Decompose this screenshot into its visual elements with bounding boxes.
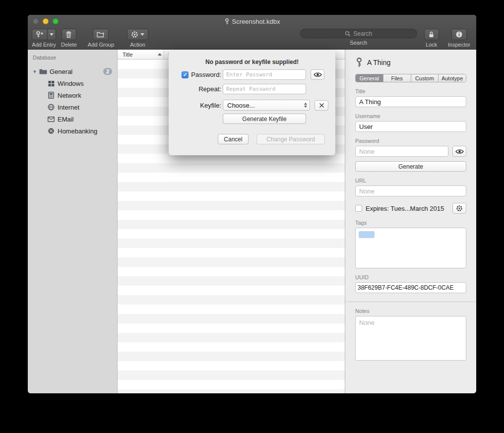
password-label: Password: bbox=[191, 71, 221, 78]
column-header-title[interactable]: Title bbox=[118, 52, 164, 58]
search-label: Search bbox=[350, 40, 367, 46]
title-field[interactable] bbox=[355, 96, 466, 107]
tags-label: Tags bbox=[355, 220, 466, 226]
notes-label: Notes bbox=[355, 308, 466, 314]
divider bbox=[345, 302, 476, 302]
entry-count-badge: 2 bbox=[103, 68, 112, 75]
disclosure-triangle-icon[interactable]: ▾ bbox=[31, 68, 39, 75]
zoom-button[interactable] bbox=[53, 18, 59, 24]
title-label: Title bbox=[355, 88, 466, 94]
inspector-label: Inspector bbox=[448, 42, 470, 48]
add-group-label: Add Group bbox=[88, 42, 114, 48]
add-entry-dropdown-button[interactable] bbox=[48, 29, 56, 40]
dialog-message: No password or keyfile supplied! bbox=[169, 59, 335, 65]
expires-row: Expires: Tues...March 2015 bbox=[355, 203, 466, 214]
action-label: Action bbox=[130, 42, 145, 48]
group-label: Homebanking bbox=[58, 127, 97, 135]
expires-checkbox[interactable] bbox=[355, 205, 362, 212]
search-input[interactable]: Search bbox=[300, 29, 417, 38]
search-item: Search Search bbox=[300, 29, 417, 46]
sidebar-item-network[interactable]: Network bbox=[28, 89, 117, 101]
titlebar[interactable]: Screenshot.kdbx bbox=[28, 15, 476, 28]
tags-field[interactable] bbox=[355, 228, 466, 268]
info-icon bbox=[455, 31, 463, 38]
traffic-lights bbox=[33, 18, 59, 24]
repeat-input[interactable] bbox=[223, 84, 306, 94]
folder-plus-icon bbox=[97, 31, 105, 38]
app-window: Screenshot.kdbx Add Entry bbox=[28, 15, 476, 393]
entry-title: A Thing bbox=[367, 59, 390, 66]
minimize-button[interactable] bbox=[43, 18, 49, 24]
reveal-password-button[interactable] bbox=[311, 69, 324, 80]
sidebar-item-email[interactable]: EMail bbox=[28, 113, 117, 125]
notes-field[interactable] bbox=[355, 316, 466, 361]
window-chrome: Screenshot.kdbx Add Entry bbox=[28, 15, 476, 50]
tab-autotype[interactable]: Autotype bbox=[439, 74, 466, 82]
keyfile-label: Keyfile: bbox=[200, 102, 221, 109]
close-button[interactable] bbox=[33, 18, 39, 24]
group-tree: ▾ General 2 Windows Network bbox=[28, 65, 117, 137]
sidebar-item-windows[interactable]: Windows bbox=[28, 77, 117, 89]
eye-icon bbox=[314, 72, 322, 77]
sidebar: Database ▾ General 2 Windows Netw bbox=[28, 50, 118, 393]
sidebar-item-homebanking[interactable]: Homebanking bbox=[28, 125, 117, 137]
password-input[interactable] bbox=[223, 69, 306, 80]
tab-general[interactable]: General bbox=[356, 74, 383, 82]
expires-settings-button[interactable] bbox=[452, 203, 466, 214]
inspector-header: A Thing bbox=[355, 57, 466, 68]
cancel-button[interactable]: Cancel bbox=[218, 134, 249, 144]
sidebar-header: Database bbox=[28, 50, 117, 61]
search-icon bbox=[345, 31, 351, 37]
group-label: Internet bbox=[58, 104, 79, 111]
sidebar-item-general[interactable]: ▾ General 2 bbox=[28, 65, 117, 77]
repeat-row: Repeat: bbox=[169, 84, 335, 94]
action-button[interactable] bbox=[127, 29, 148, 40]
url-field[interactable] bbox=[355, 186, 466, 196]
trash-icon bbox=[65, 31, 72, 38]
username-field[interactable] bbox=[355, 121, 466, 132]
key-plus-icon bbox=[36, 31, 44, 38]
password-field[interactable] bbox=[355, 146, 448, 157]
gear-icon bbox=[131, 31, 138, 38]
toolbar: Add Entry Delete Add Group bbox=[28, 28, 476, 50]
add-entry-button[interactable] bbox=[32, 29, 48, 40]
use-password-checkbox[interactable]: ✓ bbox=[182, 71, 189, 78]
uuid-label: UUID bbox=[355, 274, 466, 280]
tab-custom[interactable]: Custom bbox=[411, 74, 439, 82]
lock-icon bbox=[428, 31, 435, 38]
stepper-icon bbox=[304, 103, 307, 108]
password-row: ✓ Password: bbox=[169, 69, 335, 80]
keyfile-select[interactable]: Choose... bbox=[223, 100, 310, 111]
lock-button[interactable] bbox=[424, 29, 439, 40]
reveal-password-button[interactable] bbox=[452, 146, 466, 157]
generate-keyfile-button[interactable]: Generate Keyfile bbox=[223, 114, 306, 124]
delete-item: Delete bbox=[61, 29, 77, 48]
sidebar-item-internet[interactable]: Internet bbox=[28, 101, 117, 113]
generate-password-button[interactable]: Generate bbox=[355, 161, 466, 172]
password-dialog: No password or keyfile supplied! ✓ Passw… bbox=[169, 50, 335, 155]
folder-icon bbox=[39, 68, 48, 74]
uuid-field[interactable] bbox=[355, 282, 466, 293]
tab-files[interactable]: Files bbox=[383, 74, 411, 82]
windows-icon bbox=[47, 80, 56, 87]
clear-keyfile-button[interactable] bbox=[315, 100, 328, 111]
chevron-down-icon bbox=[140, 33, 144, 36]
tag-token[interactable] bbox=[359, 231, 375, 238]
keyfile-row: Keyfile: Choose... bbox=[169, 100, 335, 111]
dialog-buttons: Cancel Change Password bbox=[169, 134, 335, 144]
network-icon bbox=[47, 92, 56, 99]
change-password-button[interactable]: Change Password bbox=[256, 134, 325, 144]
add-group-button[interactable] bbox=[93, 29, 109, 40]
group-label: Network bbox=[58, 92, 81, 99]
window-title: Screenshot.kdbx bbox=[224, 18, 280, 25]
username-label: Username bbox=[355, 113, 466, 119]
inspector-panel: A Thing General Files Custom Autotype Ti… bbox=[345, 50, 476, 393]
repeat-label: Repeat: bbox=[198, 85, 221, 93]
delete-button[interactable] bbox=[62, 29, 76, 40]
group-label: Windows bbox=[58, 80, 84, 87]
inspector-tabs: General Files Custom Autotype bbox=[355, 74, 466, 82]
search-placeholder: Search bbox=[353, 30, 372, 37]
lock-label: Lock bbox=[426, 42, 437, 48]
inspector-item: Inspector bbox=[448, 29, 470, 48]
inspector-button[interactable] bbox=[451, 29, 467, 40]
